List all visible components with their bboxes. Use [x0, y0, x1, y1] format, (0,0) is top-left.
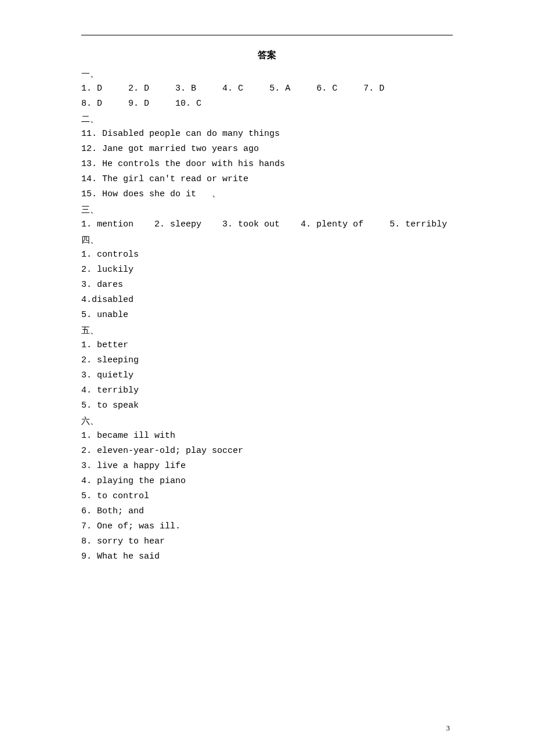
- q5: 5. A: [269, 84, 290, 93]
- section-2-item-5: 15. How does she do it 、: [81, 187, 453, 202]
- section-5-head: 五、: [81, 323, 453, 338]
- section-4-item-5: 5. unable: [81, 308, 453, 323]
- q8: 8. D: [81, 99, 102, 109]
- section-3-row: 1. mention 2. sleepy 3. took out 4. plen…: [81, 217, 453, 232]
- section-1-row-1: 1. D 2. D 3. B 4. C 5. A 6. C 7. D: [81, 81, 453, 96]
- top-rule: [81, 35, 453, 35]
- section-6-item-6: 6. Both; and: [81, 504, 453, 519]
- section-1-row-2: 8. D 9. D 10. C: [81, 96, 453, 111]
- section-2-item-2: 12. Jane got married two years ago: [81, 142, 453, 157]
- q9: 9. D: [128, 99, 149, 109]
- section-2-item-1: 11. Disabled people can do many things: [81, 127, 453, 142]
- q1: 1. D: [81, 84, 102, 93]
- section-2-item-4: 14. The girl can't read or write: [81, 172, 453, 187]
- section-6-item-7: 7. One of; was ill.: [81, 519, 453, 534]
- page-title: 答案: [81, 49, 453, 62]
- section-6-item-4: 4. playing the piano: [81, 474, 453, 489]
- section-2-item-3: 13. He controls the door with his hands: [81, 157, 453, 172]
- section-3-head: 三、: [81, 202, 453, 217]
- page: 答案 一、 1. D 2. D 3. B 4. C 5. A 6. C 7. D…: [0, 0, 534, 756]
- page-number: 3: [446, 723, 450, 733]
- section-4-head: 四、: [81, 232, 453, 247]
- section-4-item-4: 4.disabled: [81, 293, 453, 308]
- q7: 7. D: [363, 84, 384, 93]
- s3-3: 3. took out: [222, 219, 280, 229]
- section-6-item-8: 8. sorry to hear: [81, 534, 453, 549]
- s3-4: 4. plenty of: [301, 219, 363, 229]
- q2: 2. D: [128, 84, 149, 93]
- section-5-item-4: 4. terribly: [81, 383, 453, 398]
- section-5-item-5: 5. to speak: [81, 398, 453, 413]
- s3-1: 1. mention: [81, 219, 134, 229]
- section-6-item-5: 5. to control: [81, 489, 453, 504]
- section-4-item-2: 2. luckily: [81, 262, 453, 278]
- section-6-head: 六、: [81, 413, 453, 429]
- section-4-item-1: 1. controls: [81, 247, 453, 262]
- section-6-item-2: 2. eleven-year-old; play soccer: [81, 444, 453, 459]
- section-4-item-3: 3. dares: [81, 278, 453, 293]
- section-6-item-3: 3. live a happy life: [81, 459, 453, 474]
- q10: 10. C: [175, 99, 201, 109]
- q6: 6. C: [316, 84, 337, 93]
- s3-2: 2. sleepy: [154, 219, 201, 229]
- s3-5: 5. terribly: [389, 219, 447, 229]
- section-5-item-1: 1. better: [81, 338, 453, 353]
- section-6-item-1: 1. became ill with: [81, 429, 453, 444]
- section-5-item-3: 3. quietly: [81, 368, 453, 383]
- section-1-head: 一、: [81, 66, 453, 81]
- section-6-item-9: 9. What he said: [81, 549, 453, 564]
- section-5-item-2: 2. sleeping: [81, 353, 453, 368]
- section-2-head: 二、: [81, 111, 453, 127]
- q3: 3. B: [175, 84, 196, 93]
- q4: 4. C: [222, 84, 243, 93]
